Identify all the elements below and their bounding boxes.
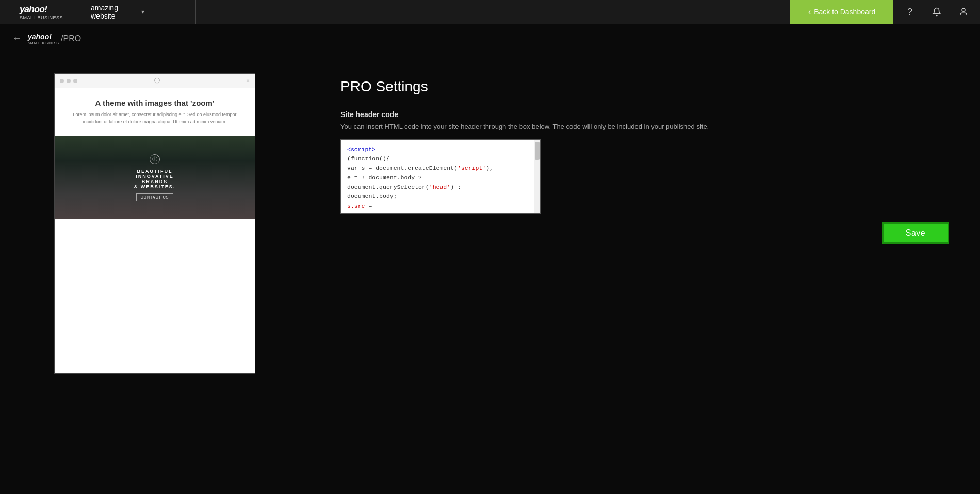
preview-controls: — × <box>237 77 250 85</box>
nav-icons: ? <box>893 0 980 24</box>
help-button[interactable]: ? <box>902 4 918 20</box>
user-button[interactable] <box>955 4 972 20</box>
dark-cta: CONTACT US <box>136 193 174 201</box>
preview-minimize: — <box>237 77 243 85</box>
preview-close: × <box>246 77 250 85</box>
site-header-code-desc: You can insert HTML code into your site … <box>340 122 949 132</box>
site-header-code-label: Site header code <box>340 110 949 119</box>
back-button-small[interactable]: ← <box>12 33 22 44</box>
yahoo-logo: yahoo! small business <box>20 4 63 20</box>
main-content: ⓘ — × A theme with images that 'zoom' Lo… <box>0 53 980 494</box>
code-scrollbar-track[interactable] <box>534 140 540 213</box>
pro-settings-title: PRO Settings <box>340 78 949 95</box>
code-editor-wrapper: <script> (function(){ var s = document.c… <box>340 139 547 214</box>
dark-line-1: BEAUTIFUL <box>134 169 176 174</box>
preview-panel: ⓘ — × A theme with images that 'zoom' Lo… <box>0 63 309 484</box>
website-preview: ⓘ — × A theme with images that 'zoom' Lo… <box>54 73 255 374</box>
svg-point-0 <box>962 8 965 11</box>
pro-label: /PRO <box>61 34 81 43</box>
dark-section-content: ⓘ BEAUTIFUL INNOVATIVE BRANDS & WEBSITES… <box>134 154 176 201</box>
site-header-code-section: Site header code You can insert HTML cod… <box>340 110 949 244</box>
brand-logo-small: yahoo! small business <box>28 32 59 45</box>
top-navbar: yahoo! small business amazing website ▾ … <box>0 0 980 24</box>
preview-top-bar: ⓘ — × <box>55 74 255 88</box>
dark-line-3: BRANDS <box>134 179 176 184</box>
settings-panel: PRO Settings Site header code You can in… <box>309 63 980 484</box>
preview-dot-3 <box>73 79 77 83</box>
brand-yahoo-text: yahoo! <box>28 32 52 41</box>
dark-line-4: & WEBSITES. <box>134 184 176 189</box>
preview-theme-desc: Lorem ipsum dolor sit amet, consectetur … <box>65 111 244 125</box>
back-arrow-icon: ‹ <box>808 7 811 17</box>
site-selector[interactable]: amazing website ▾ <box>83 0 196 24</box>
yahoo-logo-area: yahoo! small business <box>0 0 83 24</box>
yahoo-text: yahoo! <box>20 4 47 15</box>
code-display: <script> (function(){ var s = document.c… <box>340 139 541 214</box>
preview-dots <box>60 79 77 83</box>
save-button[interactable]: Save <box>882 222 949 244</box>
dark-section-icon: ⓘ <box>150 154 160 164</box>
back-to-dashboard-button[interactable]: ‹ Back to Dashboard <box>790 0 893 24</box>
small-biz-text: small business <box>20 15 63 20</box>
brand-small-biz: small business <box>28 41 59 45</box>
code-scrollbar-thumb[interactable] <box>535 142 540 160</box>
site-name: amazing website <box>91 4 137 20</box>
preview-theme-title: A theme with images that 'zoom' <box>65 98 244 107</box>
dark-line-2: INNOVATIVE <box>134 174 176 179</box>
notifications-button[interactable] <box>928 4 945 20</box>
preview-white-section <box>55 219 255 373</box>
preview-dark-section: ⓘ BEAUTIFUL INNOVATIVE BRANDS & WEBSITES… <box>55 136 255 219</box>
preview-header-section: A theme with images that 'zoom' Lorem ip… <box>55 88 255 136</box>
dark-title-lines: BEAUTIFUL INNOVATIVE BRANDS & WEBSITES. <box>134 169 176 189</box>
preview-dot-2 <box>67 79 71 83</box>
chevron-down-icon: ▾ <box>141 8 188 15</box>
preview-info: ⓘ <box>154 77 160 85</box>
preview-dot-1 <box>60 79 64 83</box>
secondary-header: ← yahoo! small business /PRO <box>0 24 980 53</box>
back-to-dashboard-label: Back to Dashboard <box>814 8 875 16</box>
